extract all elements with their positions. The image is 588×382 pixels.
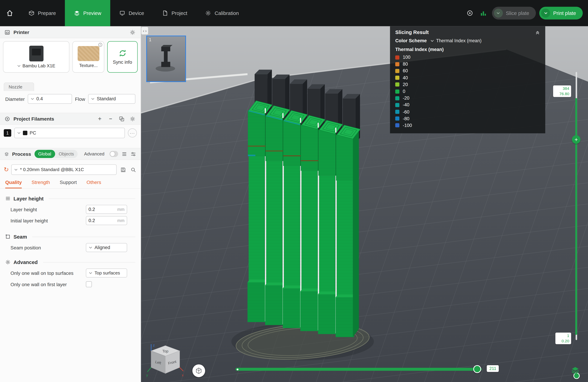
seam-group-title: Seam xyxy=(14,234,27,240)
process-section-header: Process Global Objects Advanced xyxy=(0,148,141,160)
move-slider-badge: 211 xyxy=(487,365,499,372)
nozzle-tab[interactable]: Nozzle xyxy=(4,82,34,91)
filament-name: PC xyxy=(30,130,36,136)
save-preset-button[interactable] xyxy=(119,166,127,173)
axis-x-label: x xyxy=(182,373,184,377)
remove-filament-button[interactable]: − xyxy=(107,115,114,122)
advanced-group: Advanced xyxy=(0,258,141,267)
sync-info-button[interactable]: Sync info xyxy=(107,41,138,73)
move-slider-start xyxy=(237,368,238,370)
home-button[interactable] xyxy=(0,0,20,26)
statistics-icon[interactable] xyxy=(479,8,488,18)
sidebar-collapse-handle[interactable]: ‹ › xyxy=(141,27,148,35)
legend-row: -20 xyxy=(390,95,545,102)
edit-filaments-button[interactable] xyxy=(118,115,125,122)
reset-preset-icon[interactable]: ↻ xyxy=(4,167,9,173)
filament-select[interactable]: PC xyxy=(14,128,125,138)
legend-row: -100 xyxy=(390,122,545,129)
sync-icon xyxy=(118,49,126,57)
bottom-layer-height: 0.20 xyxy=(557,338,569,344)
layer-slider-bottom-badge: 1 0.20 xyxy=(555,333,571,344)
legend-swatch xyxy=(395,110,399,114)
legend-swatch xyxy=(395,62,399,66)
color-scheme-value: Thermal Index (mean) xyxy=(436,38,482,43)
seam-position-value: Aligned xyxy=(95,245,110,250)
legend-value: 40 xyxy=(403,75,408,80)
process-section-title: Process xyxy=(12,151,31,157)
viewport-settings-button[interactable] xyxy=(192,364,205,377)
collapse-panel-button[interactable] xyxy=(535,30,540,35)
move-slider-handle[interactable] xyxy=(473,365,481,373)
slice-dropdown[interactable] xyxy=(494,9,503,18)
flow-value: Standard xyxy=(97,96,116,101)
legend-swatch xyxy=(395,103,399,107)
scope-objects[interactable]: Objects xyxy=(55,150,78,158)
tab-calibration[interactable]: Calibration xyxy=(196,0,248,26)
plate-thumbnail-model xyxy=(147,36,184,80)
tab-strength[interactable]: Strength xyxy=(31,177,50,188)
legend-swatch xyxy=(395,76,399,80)
color-scheme-select[interactable]: Thermal Index (mean) xyxy=(431,38,482,43)
flow-select[interactable]: Standard xyxy=(88,94,135,104)
slicing-result-panel: Slicing Result Color Scheme Thermal Inde… xyxy=(390,26,545,134)
legend-row: 0 xyxy=(390,88,545,95)
tab-preview-label: Preview xyxy=(83,10,101,16)
sliced-model[interactable] xyxy=(248,101,360,337)
flow-label: Flow xyxy=(75,96,85,102)
tab-quality[interactable]: Quality xyxy=(5,177,22,188)
plate-thumbnail[interactable]: 1 xyxy=(146,36,186,82)
advanced-toggle[interactable] xyxy=(110,151,118,157)
slice-plate-button[interactable]: Slice plate xyxy=(492,7,536,19)
tab-others[interactable]: Others xyxy=(86,177,101,188)
move-slider[interactable]: 211 xyxy=(235,368,482,371)
viewport-3d[interactable]: ‹ › 1 Slicing Result Color Scheme xyxy=(141,26,588,382)
layer-height-value: 0.2 xyxy=(88,207,95,212)
layer-slider-top-handle[interactable]: + xyxy=(572,135,580,144)
filament-slot-number: 1 xyxy=(4,129,11,137)
filament-settings-button[interactable] xyxy=(129,115,136,122)
scope-global[interactable]: Global xyxy=(34,150,55,158)
seam-position-select[interactable]: Aligned xyxy=(86,243,127,252)
build-plate-card[interactable]: Texture... xyxy=(73,41,104,73)
tab-preview[interactable]: Preview xyxy=(65,0,110,26)
layer-view-button[interactable] xyxy=(570,365,580,375)
tab-device[interactable]: Device xyxy=(110,0,153,26)
layer-range-slider[interactable]: 384 76.80 + 1 0.20 xyxy=(551,67,588,346)
print-plate-label: Print plate xyxy=(553,10,576,16)
target-icon[interactable] xyxy=(465,8,475,18)
layer-height-input[interactable]: 0.2 mm xyxy=(86,205,127,214)
printer-settings-button[interactable] xyxy=(129,29,136,36)
legend-title: Thermal Index (mean) xyxy=(390,47,545,52)
one-wall-first-checkbox[interactable] xyxy=(86,281,92,287)
one-wall-top-value: Top surfaces xyxy=(95,270,120,276)
tune-button[interactable] xyxy=(130,150,136,158)
gear-icon xyxy=(130,29,135,35)
chevron-down-icon xyxy=(431,40,434,42)
nozzle-row: Diameter 0.4 Flow Standard xyxy=(0,94,141,104)
advanced-group-title: Advanced xyxy=(14,259,38,265)
printer-model-card[interactable]: Bambu Lab X1E xyxy=(3,41,69,73)
print-plate-button[interactable]: Print plate xyxy=(539,7,583,19)
tab-support[interactable]: Support xyxy=(60,177,77,188)
legend-swatch xyxy=(395,69,399,73)
diameter-select[interactable]: 0.4 xyxy=(28,94,72,104)
add-filament-button[interactable]: ＋ xyxy=(96,115,104,122)
filament-more-button[interactable]: ··· xyxy=(128,129,137,137)
preset-name: * 0.20mm Standard @BBL X1C xyxy=(20,167,84,172)
process-preset-select[interactable]: * 0.20mm Standard @BBL X1C xyxy=(11,164,117,175)
settings-list-button[interactable] xyxy=(122,150,127,158)
swap-filament-icon xyxy=(119,116,124,122)
navigation-cube[interactable]: z Top Left Front y x xyxy=(146,342,185,380)
tab-prepare[interactable]: Prepare xyxy=(20,0,65,26)
info-icon[interactable] xyxy=(98,43,103,47)
chevron-down-icon xyxy=(14,169,18,171)
print-dropdown[interactable] xyxy=(541,9,550,18)
tab-project[interactable]: Project xyxy=(153,0,196,26)
one-wall-top-select[interactable]: Top surfaces xyxy=(86,268,127,277)
filaments-section-title: Project Filaments xyxy=(14,116,54,122)
search-settings-button[interactable] xyxy=(129,166,137,173)
thermal-legend: 100 80 60 40 20 0 -20 -40 -60 -80 -100 xyxy=(390,54,545,129)
cube-top-label[interactable]: Top xyxy=(162,349,168,353)
initial-layer-height-input[interactable]: 0.2 mm xyxy=(86,216,127,225)
layers-icon xyxy=(571,366,579,374)
